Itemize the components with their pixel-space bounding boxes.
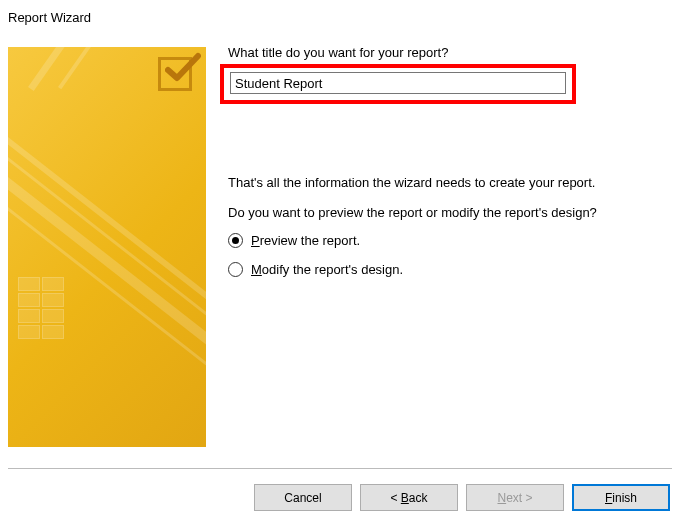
highlight-box xyxy=(220,64,576,104)
right-pane: What title do you want for your report? … xyxy=(228,31,672,451)
checkmark-icon xyxy=(158,57,192,91)
radio-preview-button[interactable] xyxy=(228,233,243,248)
info-text-2: Do you want to preview the report or mod… xyxy=(228,204,608,222)
radio-modify[interactable]: Modify the report's design. xyxy=(228,262,658,277)
window-title: Report Wizard xyxy=(0,0,680,31)
radio-group: Preview the report. Modify the report's … xyxy=(228,233,658,277)
radio-modify-label: Modify the report's design. xyxy=(251,262,403,277)
info-text-1: That's all the information the wizard ne… xyxy=(228,174,608,192)
button-row: Cancel < Back Next > Finish xyxy=(254,484,670,511)
wizard-banner xyxy=(8,47,206,447)
content-area: What title do you want for your report? … xyxy=(0,31,680,461)
cancel-button[interactable]: Cancel xyxy=(254,484,352,511)
separator xyxy=(8,468,672,469)
title-prompt: What title do you want for your report? xyxy=(228,45,658,60)
radio-preview[interactable]: Preview the report. xyxy=(228,233,658,248)
back-button[interactable]: < Back xyxy=(360,484,458,511)
radio-modify-button[interactable] xyxy=(228,262,243,277)
report-title-input[interactable] xyxy=(230,72,566,94)
next-button: Next > xyxy=(466,484,564,511)
finish-button[interactable]: Finish xyxy=(572,484,670,511)
radio-preview-label: Preview the report. xyxy=(251,233,360,248)
